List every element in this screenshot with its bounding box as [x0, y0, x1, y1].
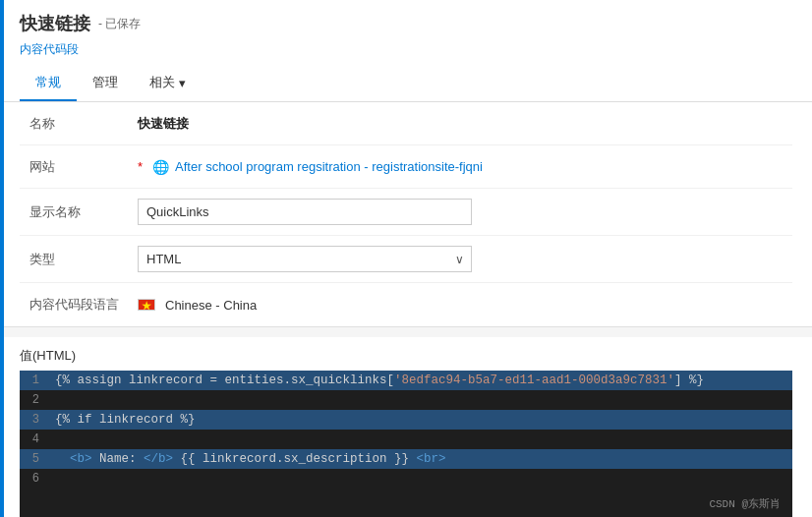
code-line-6: 6 — [20, 469, 792, 488]
line-number-6: 6 — [20, 469, 47, 488]
line-number-4: 4 — [20, 430, 47, 449]
language-label: 内容代码段语言 — [20, 296, 138, 314]
line-content-2 — [47, 390, 792, 410]
language-value-wrapper: ★ Chinese - China — [138, 298, 792, 313]
main-content: 名称 快速链接 网站 * 🌐 After school program regs… — [0, 102, 812, 517]
title-row: 快速链接 - 已保存 — [20, 12, 792, 35]
required-star: * — [138, 159, 143, 174]
page-header: 快速链接 - 已保存 内容代码段 常规 管理 相关 ▾ — [0, 0, 812, 102]
watermark: CSDN @东斯肖 — [709, 496, 781, 511]
website-link[interactable]: After school program regsitration - regi… — [175, 159, 483, 174]
tab-related[interactable]: 相关 ▾ — [134, 66, 202, 101]
line-content-1: {% assign linkrecord = entities.sx_quick… — [47, 371, 792, 390]
code-label: 值(HTML) — [20, 347, 792, 365]
subtitle: 内容代码段 — [20, 41, 792, 58]
form-row-display-name: 显示名称 — [20, 189, 792, 236]
website-label: 网站 — [20, 158, 138, 176]
language-text: Chinese - China — [165, 298, 257, 313]
chevron-down-icon: ▾ — [179, 76, 186, 90]
display-name-label: 显示名称 — [20, 203, 138, 221]
tab-manage[interactable]: 管理 — [77, 66, 134, 101]
display-name-value-wrapper — [138, 199, 792, 225]
form-row-name: 名称 快速链接 — [20, 102, 792, 145]
display-name-input[interactable] — [138, 199, 472, 225]
code-line-4: 4 — [20, 430, 792, 449]
type-select-wrapper: HTML Text CSS JavaScript ∨ — [138, 246, 472, 272]
page-container: 快速链接 - 已保存 内容代码段 常规 管理 相关 ▾ 名称 快速链接 — [0, 0, 812, 517]
page-title: 快速链接 — [20, 12, 90, 35]
form-row-language: 内容代码段语言 ★ Chinese - China — [20, 283, 792, 326]
code-line-5: 5 <b> Name: </b> {{ linkrecord.sx_descri… — [20, 449, 792, 469]
code-line-2: 2 — [20, 390, 792, 410]
line-number-2: 2 — [20, 390, 47, 410]
tab-general[interactable]: 常规 — [20, 66, 77, 101]
left-accent-bar — [0, 0, 4, 517]
type-value-wrapper: HTML Text CSS JavaScript ∨ — [138, 246, 792, 272]
code-line-1: 1 {% assign linkrecord = entities.sx_qui… — [20, 371, 792, 390]
line-number-1: 1 — [20, 371, 47, 390]
line-number-3: 3 — [20, 410, 47, 430]
line-content-5: <b> Name: </b> {{ linkrecord.sx_descript… — [47, 449, 792, 469]
code-line-3: 3 {% if linkrecord %} — [20, 410, 792, 430]
saved-badge: - 已保存 — [98, 16, 141, 32]
line-number-5: 5 — [20, 449, 47, 469]
code-editor[interactable]: 1 {% assign linkrecord = entities.sx_qui… — [20, 371, 792, 517]
website-value-wrapper: * 🌐 After school program regsitration - … — [138, 159, 792, 175]
form-row-website: 网站 * 🌐 After school program regsitration… — [20, 145, 792, 189]
code-section: 值(HTML) 1 {% assign linkrecord = entitie… — [0, 337, 812, 517]
tabs-bar: 常规 管理 相关 ▾ — [20, 66, 792, 101]
code-lines: 1 {% assign linkrecord = entities.sx_qui… — [20, 371, 792, 517]
flag-icon: ★ — [138, 299, 155, 311]
globe-icon: 🌐 — [152, 159, 169, 175]
type-label: 类型 — [20, 251, 138, 268]
line-content-4 — [47, 430, 792, 449]
form-row-type: 类型 HTML Text CSS JavaScript ∨ — [20, 236, 792, 283]
name-label: 名称 — [20, 115, 138, 133]
type-select[interactable]: HTML Text CSS JavaScript — [138, 246, 472, 272]
line-content-3: {% if linkrecord %} — [47, 410, 792, 430]
form-section: 名称 快速链接 网站 * 🌐 After school program regs… — [0, 102, 812, 327]
name-value: 快速链接 — [138, 115, 792, 133]
line-content-6 — [47, 469, 792, 488]
